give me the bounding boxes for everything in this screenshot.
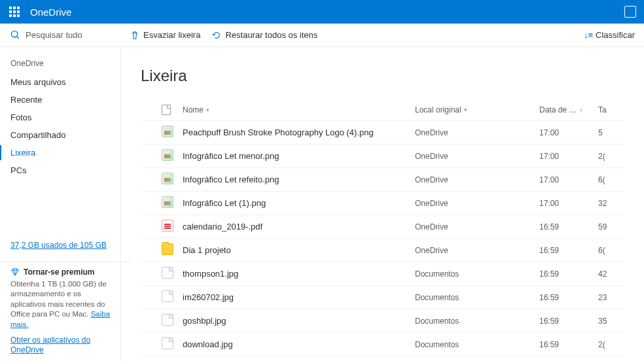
trash-icon: [130, 31, 139, 40]
file-location: Documentos: [415, 340, 539, 349]
file-name: im260702.jpg: [183, 292, 415, 302]
column-filetype[interactable]: [162, 105, 183, 115]
file-location: OneDrive: [415, 246, 539, 255]
file-size: 6(: [598, 175, 624, 184]
premium-title-text: Tornar-se premium: [24, 267, 94, 277]
column-location[interactable]: Local original ▾: [415, 105, 539, 114]
file-size: 2(: [598, 340, 624, 349]
sort-label: Classificar: [596, 30, 635, 40]
table-row[interactable]: Infográfico Let menor.pngOneDrive17:002(: [141, 144, 624, 167]
file-name: calendario_2019-.pdf: [183, 222, 415, 232]
sidebar-item-compartilhado[interactable]: Compartilhado: [10, 126, 120, 144]
search-input[interactable]: Pesquisar tudo: [0, 30, 121, 40]
sidebar-root-label[interactable]: OneDrive: [10, 59, 120, 68]
sidebar-item-meus-arquivos[interactable]: Meus arquivos: [10, 73, 120, 91]
pdf-icon: [162, 220, 173, 232]
file-location: OneDrive: [415, 152, 539, 161]
table-row[interactable]: im260702.jpgDocumentos16:5923: [141, 285, 624, 309]
search-icon: [10, 30, 20, 40]
empty-recyclebin-button[interactable]: Esvaziar lixeira: [130, 30, 200, 40]
file-name: Infográfico Let refeito.png: [183, 175, 415, 184]
table-row[interactable]: Infográfico Let (1).pngOneDrive17:0032: [141, 191, 624, 215]
file-location: Documentos: [415, 317, 539, 326]
sort-button[interactable]: ↓≡ Classificar: [584, 30, 635, 40]
generic-icon: [162, 290, 173, 302]
file-size: 42: [598, 269, 624, 279]
file-location: OneDrive: [415, 175, 539, 184]
brand-name: OneDrive: [30, 7, 71, 18]
file-size: 2(: [598, 152, 624, 161]
column-name[interactable]: Nome ▾: [183, 105, 415, 114]
premium-title-button[interactable]: Tornar-se premium: [10, 267, 113, 277]
app-header: OneDrive: [0, 0, 644, 24]
file-size: 6(: [598, 246, 624, 255]
main-content: Lixeira Nome ▾ Local original ▾ Data de …: [121, 47, 644, 361]
img-icon: [162, 149, 173, 161]
file-name: thompson1.jpg: [183, 269, 415, 279]
file-name: Infográfico Let (1).png: [183, 198, 415, 208]
file-icon: [162, 105, 171, 115]
table-header: Nome ▾ Local original ▾ Data de … ↑ Ta: [141, 105, 624, 120]
file-date: 16:59: [539, 317, 598, 326]
file-list: Peachpuff Brush Stroke Photography Logo …: [141, 120, 624, 361]
table-row[interactable]: Dia 1 projetoOneDrive16:596(: [141, 238, 624, 262]
file-name: Infográfico Let menor.png: [183, 151, 415, 161]
sidebar: OneDrive Meus arquivosRecenteFotosCompar…: [0, 47, 121, 361]
file-size: 32: [598, 199, 624, 208]
file-date: 16:59: [539, 293, 598, 302]
sort-icon: ↓≡: [584, 30, 593, 40]
file-date: 17:00: [539, 199, 598, 208]
file-date: 16:59: [539, 246, 598, 255]
sidebar-item-recente[interactable]: Recente: [10, 91, 120, 109]
table-row[interactable]: Peachpuff Brush Stroke Photography Logo …: [141, 120, 624, 144]
storage-usage-link[interactable]: 37,2 GB usados de 105 GB: [10, 239, 120, 256]
column-size[interactable]: Ta: [598, 105, 624, 114]
premium-promo: Tornar-se premium Obtenha 1 TB (1.000 GB…: [10, 267, 120, 329]
restore-all-button[interactable]: Restaurar todos os itens: [212, 30, 317, 40]
search-placeholder: Pesquisar tudo: [26, 30, 82, 40]
table-row[interactable]: Infográfico Let refeito.pngOneDrive17:00…: [141, 167, 624, 191]
restore-icon: [212, 31, 221, 40]
file-date: 16:59: [539, 269, 598, 279]
svg-line-1: [17, 37, 19, 39]
file-location: OneDrive: [415, 128, 539, 137]
app-launcher-icon[interactable]: [8, 5, 21, 18]
table-row[interactable]: download.jpgDocumentos16:592(: [141, 332, 624, 356]
sort-asc-icon: ↑: [579, 107, 582, 114]
sidebar-item-pcs[interactable]: PCs: [10, 162, 120, 179]
sidebar-item-lixeira[interactable]: Lixeira: [10, 144, 120, 162]
premium-diamond-icon: [10, 267, 20, 277]
table-row[interactable]: thompson1.jpgDocumentos16:5942: [141, 262, 624, 285]
img-icon: [162, 126, 173, 137]
sidebar-item-fotos[interactable]: Fotos: [10, 109, 120, 126]
page-title: Lixeira: [141, 67, 624, 85]
sidebar-divider: [0, 262, 131, 262]
file-location: OneDrive: [415, 199, 539, 208]
file-date: 17:00: [539, 152, 598, 161]
file-size: 59: [598, 222, 624, 232]
file-date: 17:00: [539, 175, 598, 184]
restore-all-label: Restaurar todos os itens: [225, 30, 317, 40]
folder-icon: [162, 243, 173, 255]
file-name: Dia 1 projeto: [183, 245, 415, 255]
get-apps-link[interactable]: Obter os aplicativos do OneDrive: [10, 335, 120, 356]
chevron-down-icon: ▾: [464, 107, 467, 113]
header-app-icon[interactable]: [624, 6, 636, 18]
img-icon: [162, 196, 173, 208]
table-row[interactable]: calendario_2019-.pdfOneDrive16:5959: [141, 215, 624, 238]
empty-recyclebin-label: Esvaziar lixeira: [143, 30, 200, 40]
img-icon: [162, 173, 173, 184]
table-row[interactable]: download (2).jpgDocumentos16:592(: [141, 356, 624, 361]
chevron-down-icon: ▾: [206, 107, 209, 113]
column-date[interactable]: Data de … ↑: [539, 105, 598, 114]
file-location: Documentos: [415, 269, 539, 279]
generic-icon: [162, 267, 173, 279]
table-row[interactable]: goshbpl.jpgDocumentos16:5935: [141, 309, 624, 332]
file-size: 35: [598, 317, 624, 326]
file-date: 16:59: [539, 340, 598, 349]
file-location: Documentos: [415, 293, 539, 302]
file-location: OneDrive: [415, 222, 539, 232]
generic-icon: [162, 314, 173, 326]
file-name: download.jpg: [183, 339, 415, 349]
generic-icon: [162, 337, 173, 349]
